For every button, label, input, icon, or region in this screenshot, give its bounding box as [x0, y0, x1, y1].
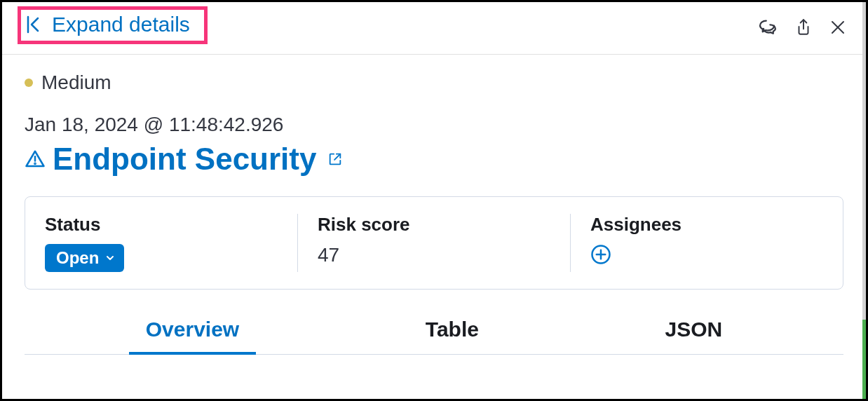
risk-score-cell: Risk score 47: [298, 214, 571, 272]
collapse-left-icon: [27, 15, 42, 34]
tab-json[interactable]: JSON: [649, 306, 740, 354]
info-card: Status Open Risk score 47 Assignees: [25, 196, 843, 290]
warning-icon: [25, 149, 46, 170]
assignees-label: Assignees: [590, 214, 823, 236]
header-actions: [757, 17, 846, 38]
status-cell: Status Open: [25, 214, 298, 272]
svg-line-6: [335, 154, 341, 160]
scrollbar[interactable]: [862, 2, 866, 399]
assignees-cell: Assignees: [571, 214, 843, 272]
tab-table[interactable]: Table: [409, 306, 496, 354]
panel-content: Medium Jan 18, 2024 @ 11:48:42.926 Endpo…: [2, 55, 866, 355]
external-link-icon[interactable]: [327, 151, 343, 167]
share-icon[interactable]: [794, 18, 813, 37]
status-value: Open: [56, 248, 99, 268]
expand-details-label: Expand details: [52, 13, 190, 36]
severity-label: Medium: [41, 72, 111, 94]
status-label: Status: [45, 214, 278, 236]
panel-header: Expand details: [2, 2, 866, 55]
chat-icon[interactable]: [757, 17, 778, 38]
svg-point-5: [34, 163, 35, 164]
title-row: Endpoint Security: [25, 142, 843, 177]
alert-title[interactable]: Endpoint Security: [53, 142, 316, 177]
tabs: Overview Table JSON: [25, 306, 843, 355]
status-dropdown[interactable]: Open: [45, 244, 124, 272]
add-assignee-button[interactable]: [590, 244, 611, 265]
chevron-down-icon: [104, 252, 116, 264]
risk-score-label: Risk score: [318, 214, 550, 236]
expand-details-button[interactable]: Expand details: [18, 6, 208, 44]
timestamp: Jan 18, 2024 @ 11:48:42.926: [25, 114, 843, 136]
severity-dot-icon: [25, 79, 33, 87]
tab-overview[interactable]: Overview: [129, 306, 256, 354]
risk-score-value: 47: [318, 244, 550, 266]
severity-row: Medium: [25, 72, 843, 94]
close-icon[interactable]: [829, 19, 846, 36]
